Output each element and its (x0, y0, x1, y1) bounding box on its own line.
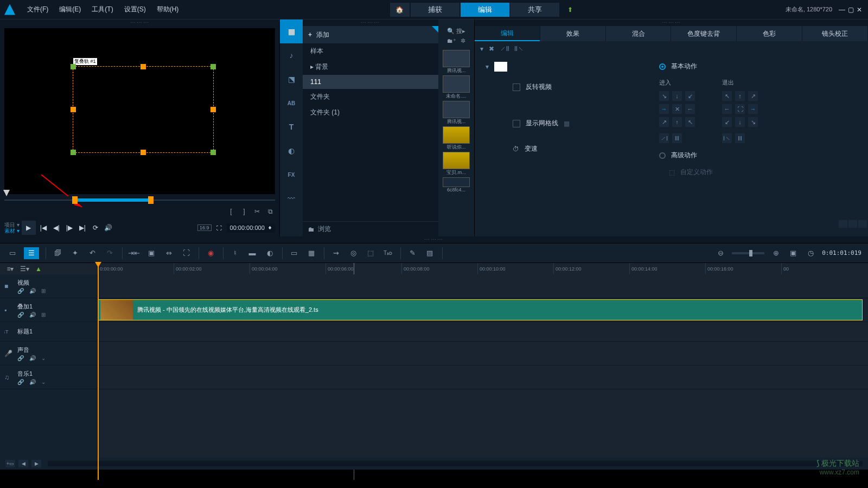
track-lane-voice[interactable] (98, 342, 868, 365)
preview-mode-switch[interactable]: 项目 ▾ 素材 ▾ (4, 222, 20, 234)
timeline-view-button[interactable]: ☰ (24, 247, 39, 259)
track-header-music[interactable]: ♫ 音乐1 🔗🔊⌄ (0, 365, 97, 389)
timeline-clip[interactable]: 腾讯视频 - 中国领先的在线视频媒体平台,海量高清视频在线观看_2.ts (98, 299, 863, 320)
exit-fade-icon[interactable]: l⟍ (722, 133, 732, 143)
exit-dir-down[interactable]: ↓ (735, 117, 745, 127)
library-import-icon[interactable]: 🖿⁺ (447, 37, 456, 44)
track-lane-music[interactable] (98, 365, 868, 389)
exit-dir-br[interactable]: ↘ (748, 117, 758, 127)
record-icon[interactable]: ◉ (205, 247, 216, 259)
volume-icon[interactable]: 🔊 (103, 222, 114, 233)
preview-scrubber[interactable] (4, 196, 275, 204)
enter-dir-down[interactable]: ↓ (672, 91, 682, 101)
trim-icon[interactable]: ⇥⇤ (128, 247, 140, 259)
menu-help[interactable]: 帮助(H) (151, 5, 184, 14)
clipboard-icon[interactable]: 🗐 (52, 247, 63, 259)
props-mute-icon[interactable]: ✖ (489, 45, 494, 53)
scroll-left-button[interactable]: ◀ (18, 460, 28, 467)
props-fadeout-icon[interactable]: ll⟍ (514, 45, 524, 53)
add-track-button[interactable]: +▭ (5, 460, 15, 467)
cut-icon[interactable]: ✂ (252, 207, 262, 216)
tracking-icon[interactable]: ◎ (347, 247, 359, 259)
home-button[interactable]: 🏠 (390, 3, 410, 17)
zoom-out-button[interactable]: ⊖ (714, 247, 726, 259)
paint-icon[interactable]: ✎ (406, 247, 418, 259)
track-fx-icon[interactable]: ⊞ (41, 312, 46, 318)
enter-dir-bl[interactable]: ↙ (685, 91, 695, 101)
pan-icon[interactable]: ⇔ (163, 247, 175, 259)
lib-grip[interactable]: ⋯⋯⋯ (303, 20, 438, 26)
props-expand-icon[interactable]: ▾ (486, 63, 489, 70)
tools-icon[interactable]: ✦ (69, 247, 81, 259)
grid-icon[interactable]: ▦ (305, 247, 317, 259)
track-add-button[interactable]: ▲ (34, 265, 43, 273)
props-tab-color[interactable]: 色彩 (737, 26, 802, 41)
multitrack-icon[interactable]: ◐ (264, 247, 276, 259)
track-lane-overlay[interactable]: 腾讯视频 - 中国领先的在线视频媒体平台,海量高清视频在线观看_2.ts (98, 298, 868, 322)
track-link-icon[interactable]: 🔗 (17, 379, 24, 385)
menu-tools[interactable]: 工具(T) (86, 5, 118, 14)
track-header-voice[interactable]: 🎤 声音 🔗🔊⌄ (0, 342, 97, 365)
props-tab-chroma[interactable]: 色度键去背 (671, 26, 736, 41)
export-frame-icon[interactable]: ⧉ (265, 207, 275, 216)
track-expand-icon[interactable]: ⌄ (41, 355, 46, 361)
next-frame-button[interactable]: |▶ (64, 222, 75, 233)
crop-icon[interactable]: ▣ (145, 247, 157, 259)
preview-canvas[interactable]: 复叠轨 #1 (4, 28, 275, 194)
library-folder[interactable]: 文件夹 (303, 89, 438, 105)
track-mute-icon[interactable]: 🔊 (29, 379, 36, 385)
exit-dir-tl[interactable]: ↖ (722, 91, 732, 101)
go-end-button[interactable]: ▶| (77, 222, 88, 233)
libcat-media[interactable]: ▦ (280, 20, 303, 43)
mark-in-button[interactable]: [ (226, 207, 236, 216)
track-mute-icon[interactable]: 🔊 (29, 355, 36, 361)
project-timecode[interactable]: 0:01:01:019 (822, 249, 861, 256)
library-item[interactable]: 未命名.... (443, 75, 470, 100)
exit-dir-tr[interactable]: ↗ (748, 91, 758, 101)
enter-dir-tr[interactable]: ↗ (659, 117, 669, 127)
enter-dir-left[interactable]: ← (685, 104, 695, 114)
library-folder[interactable]: 样本 (303, 43, 438, 59)
fit-button[interactable]: ▣ (787, 247, 799, 259)
basic-motion-radio[interactable] (659, 63, 666, 70)
library-add-button[interactable]: + 添加 (303, 26, 438, 43)
props-collapse-icon[interactable]: ▾ (480, 45, 483, 53)
library-browse-button[interactable]: 🖿 浏览 (303, 221, 438, 236)
libcat-graphic[interactable]: ◐ (280, 139, 303, 163)
libcat-path[interactable]: 〰 (280, 187, 303, 210)
horizontal-grip[interactable]: ⋯⋯⋯ (0, 236, 868, 243)
enter-bars-icon[interactable]: lll (672, 133, 682, 143)
playhead-start[interactable] (98, 263, 99, 480)
enter-dir-tl[interactable]: ↖ (685, 117, 695, 127)
library-options-icon[interactable]: ✲ (461, 37, 465, 44)
prev-frame-button[interactable]: ◀| (51, 222, 62, 233)
library-item[interactable]: 宝贝.m... (443, 152, 470, 176)
show-grid-checkbox[interactable] (513, 120, 520, 127)
preview-timecode[interactable]: 00:00:00:000 ♦ (227, 223, 275, 233)
exit-bars-icon[interactable]: lll (735, 133, 745, 143)
props-view-1[interactable] (839, 220, 847, 228)
track-header-overlay[interactable]: ▪ 叠加1 🔗🔊⊞ (0, 298, 97, 322)
mark-out-button[interactable]: ] (239, 207, 249, 216)
props-tab-lens[interactable]: 镜头校正 (802, 26, 867, 41)
track-header-title[interactable]: ᵢT 标题1 (0, 322, 97, 342)
chapter-icon[interactable]: ▭ (288, 247, 300, 259)
exit-dir-up[interactable]: ↑ (735, 91, 745, 101)
library-search[interactable]: 🔍 搜▸ (447, 27, 465, 35)
close-button[interactable]: ✕ (855, 5, 864, 14)
play-button[interactable]: ▶ (22, 221, 36, 235)
enter-dir-right[interactable]: → (659, 104, 669, 114)
libcat-title[interactable]: AB (280, 91, 303, 115)
mode-clip[interactable]: 素材 ▾ (4, 228, 20, 234)
handle-bl[interactable] (71, 150, 76, 155)
enter-dir-up[interactable]: ↑ (672, 117, 682, 127)
preview-scrub-marker[interactable] (3, 190, 10, 196)
scrub-range[interactable] (75, 198, 151, 202)
zoom-slider[interactable] (732, 252, 764, 254)
libcat-transition[interactable]: ⬔ (280, 67, 303, 91)
enter-center[interactable]: ✕ (672, 104, 682, 114)
track-lanes[interactable]: 腾讯视频 - 中国领先的在线视频媒体平台,海量高清视频在线观看_2.ts (98, 274, 868, 470)
handle-tr[interactable] (210, 64, 216, 69)
speed-label[interactable]: 变速 (525, 144, 538, 153)
timeline-ruler[interactable]: 0:00:00:00 00:00:02:00 00:00:04:00 00:00… (98, 263, 868, 274)
